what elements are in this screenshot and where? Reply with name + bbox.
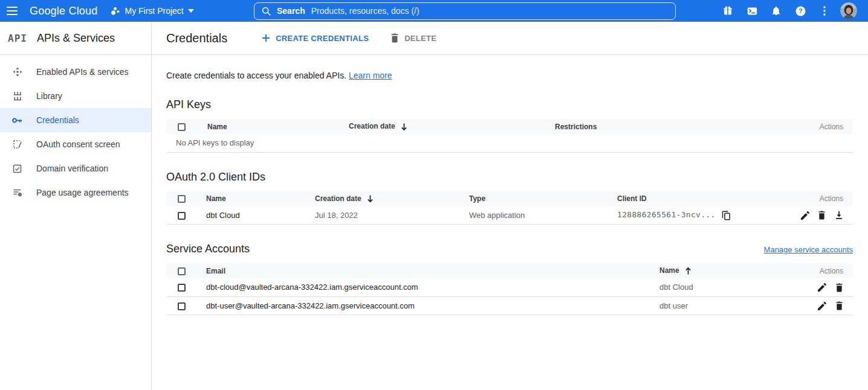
content-area: Create credentials to access your enable… [152, 55, 868, 315]
api-logo-icon: API [8, 33, 27, 44]
sidebar-header: API APIs & Services [0, 22, 151, 55]
copy-client-id-button[interactable] [722, 211, 731, 220]
column-header-actions: Actions [780, 119, 853, 134]
oauth-client-actions [780, 206, 853, 225]
row-checkbox[interactable] [178, 284, 186, 292]
pencil-icon [801, 211, 809, 220]
column-header-creation-date[interactable]: Creation date [315, 191, 469, 206]
oauth-client-row: dbt Cloud Jul 18, 2022 Web application 1… [166, 206, 853, 225]
column-header-actions: Actions [780, 263, 853, 278]
pencil-icon [818, 283, 826, 292]
empty-message: No API keys to display [166, 134, 853, 152]
help-button[interactable]: ? [788, 0, 812, 22]
consent-screen-icon [12, 139, 22, 150]
column-header-label: Creation date [349, 122, 395, 130]
sidebar-item-oauth-consent[interactable]: OAuth consent screen [0, 132, 151, 156]
column-header-restrictions[interactable]: Restrictions [555, 119, 780, 134]
oauth-client-creation-date: Jul 18, 2022 [315, 206, 469, 225]
service-account-name: dbt Cloud [659, 278, 780, 296]
hamburger-menu-button[interactable] [0, 0, 24, 22]
project-selector[interactable]: My First Project [111, 6, 193, 16]
column-header-creation-date[interactable]: Creation date [349, 119, 555, 134]
download-icon [835, 211, 843, 220]
row-checkbox[interactable] [178, 302, 186, 310]
chevron-down-icon [188, 9, 194, 13]
help-icon: ? [795, 6, 806, 16]
create-credentials-label: CREATE CREDENTIALS [276, 34, 369, 43]
column-header-name[interactable]: Name [207, 119, 349, 134]
sidebar-item-label: Page usage agreements [36, 188, 129, 197]
column-header-name[interactable]: Name [206, 191, 315, 206]
delete-row-button[interactable] [835, 301, 843, 310]
select-all-checkbox[interactable] [178, 267, 186, 275]
more-vert-icon [823, 6, 826, 16]
oauth-clients-title: OAuth 2.0 Client IDs [166, 171, 853, 184]
topbar: Google Cloud My First Project Search [0, 0, 868, 22]
trash-icon [835, 301, 843, 310]
edit-button[interactable] [818, 302, 826, 310]
main-content: Credentials CREATE CREDENTIALS DELETE Cr… [152, 22, 868, 390]
download-button[interactable] [835, 211, 843, 220]
search-input[interactable] [311, 6, 668, 16]
cloud-shell-button[interactable] [740, 0, 764, 22]
select-all-checkbox[interactable] [178, 195, 186, 203]
more-options-button[interactable] [812, 0, 837, 22]
delete-row-button[interactable] [818, 211, 826, 220]
column-header-type[interactable]: Type [469, 191, 617, 206]
sidebar-item-credentials[interactable]: Credentials [0, 108, 151, 132]
account-avatar[interactable] [840, 2, 857, 19]
api-keys-table: Name Creation date Restrictions Actions … [166, 119, 853, 153]
row-checkbox[interactable] [178, 212, 186, 220]
delete-label: DELETE [404, 34, 436, 43]
column-header-label: Name [659, 266, 679, 275]
library-icon [12, 91, 22, 101]
hamburger-icon [7, 7, 18, 15]
sidebar-item-page-usage-agreements[interactable]: Page usage agreements [0, 181, 151, 205]
service-account-actions [780, 278, 853, 296]
sidebar-item-label: Library [36, 91, 62, 101]
oauth-client-name: dbt Cloud [206, 206, 315, 225]
api-keys-empty-row: No API keys to display [166, 134, 853, 152]
notifications-button[interactable] [764, 0, 788, 22]
key-icon [12, 115, 22, 126]
bell-icon [771, 6, 781, 16]
sidebar-item-enabled-apis[interactable]: Enabled APIs & services [0, 60, 151, 84]
manage-service-accounts-link[interactable]: Manage service accounts [764, 245, 853, 254]
sort-asc-icon [684, 267, 692, 275]
learn-more-link[interactable]: Learn more [349, 71, 392, 80]
avatar-image [840, 2, 857, 19]
google-cloud-logo[interactable]: Google Cloud [30, 5, 97, 18]
sidebar-item-label: OAuth consent screen [36, 139, 120, 149]
service-accounts-table: Email Name Actions dbt-cloud@vaulted-arc… [166, 263, 853, 315]
edit-button[interactable] [801, 211, 809, 220]
delete-button[interactable]: DELETE [390, 33, 436, 43]
search-bar[interactable]: Search [254, 2, 676, 20]
project-icon [111, 7, 120, 16]
client-id-value: 128886265561-3ncv... [617, 210, 716, 219]
api-keys-header-row: Name Creation date Restrictions Actions [166, 119, 853, 134]
search-icon [262, 7, 271, 16]
sidebar-item-domain-verification[interactable]: Domain verification [0, 156, 151, 181]
topbar-right: ? [676, 0, 861, 22]
intro-text: Create credentials to access your enable… [166, 71, 853, 80]
service-accounts-header-row: Email Name Actions [166, 263, 853, 278]
select-all-checkbox[interactable] [178, 123, 186, 131]
column-header-client-id[interactable]: Client ID [617, 191, 780, 206]
page-title: Credentials [166, 31, 227, 45]
trash-icon [390, 33, 399, 43]
column-header-email[interactable]: Email [206, 263, 659, 278]
cloud-shell-icon [747, 7, 757, 16]
create-credentials-button[interactable]: CREATE CREDENTIALS [262, 34, 369, 43]
sidebar-item-library[interactable]: Library [0, 84, 151, 108]
trash-icon [818, 211, 826, 220]
column-header-name[interactable]: Name [659, 263, 780, 278]
edit-button[interactable] [818, 283, 826, 292]
sidebar-item-label: Domain verification [36, 164, 108, 173]
agreements-icon [12, 188, 22, 198]
trash-icon [835, 283, 843, 292]
oauth-client-type: Web application [469, 206, 617, 225]
domain-verification-icon [12, 164, 22, 174]
promotions-button[interactable] [716, 0, 740, 22]
sidebar-title: APIs & Services [37, 32, 115, 45]
delete-row-button[interactable] [835, 283, 843, 292]
